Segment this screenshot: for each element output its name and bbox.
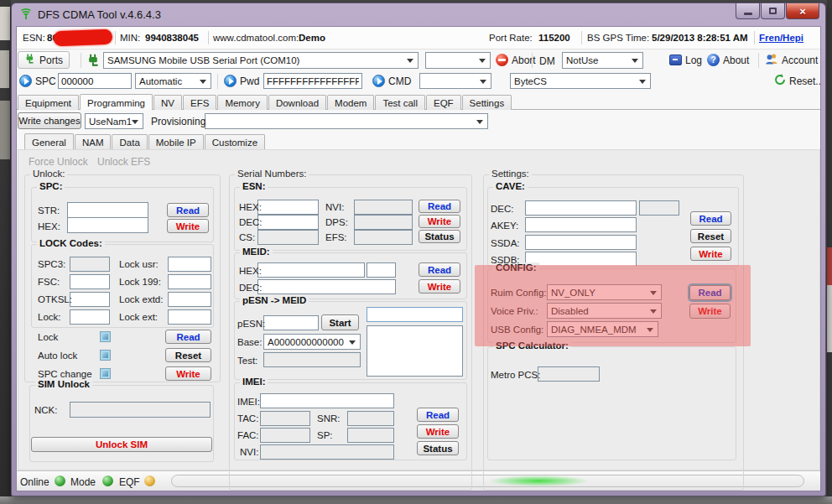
minimize-button[interactable] — [736, 3, 760, 19]
gps-time-value: 5/29/2013 8:28:51 AM — [652, 33, 748, 43]
serial-numbers-title: Serial Numbers: — [235, 169, 309, 179]
site-value: Demo — [299, 33, 325, 43]
voice-priv-combo[interactable]: Disabled — [547, 303, 662, 319]
abort-icon — [496, 54, 508, 66]
maximize-button[interactable] — [761, 3, 785, 19]
ports-button[interactable]: Ports — [18, 51, 70, 69]
app-window: DFS CDMA Tool v.4.6.4.3 × ESN: 80 MIN: 9… — [11, 3, 826, 496]
subtab-customize[interactable]: Customize — [205, 134, 265, 149]
nam-select-combo[interactable]: UseNam1 — [85, 113, 143, 129]
divider — [217, 74, 218, 89]
minimize-icon — [744, 13, 752, 15]
account-button[interactable]: Account — [765, 51, 818, 69]
usb-config-label: USB Config: — [491, 325, 543, 335]
esn-hex-label: HEX: — [239, 202, 262, 212]
config-read-button[interactable]: Read — [689, 285, 731, 300]
tab-programming[interactable]: Programming — [80, 94, 153, 110]
usb-config-value: DIAG_NMEA_MDM — [551, 325, 637, 335]
tab-test-call[interactable]: Test call — [375, 95, 425, 110]
abort-button[interactable]: Abort — [496, 51, 536, 69]
provisioning-combo[interactable] — [205, 113, 488, 129]
port-rate-label: Port Rate: — [489, 33, 533, 43]
esn-nvi-label: NVI: — [325, 202, 344, 212]
about-button[interactable]: About — [707, 51, 749, 69]
imei-group-title: IMEI: — [240, 377, 268, 387]
nam-select-value: UseNam1 — [89, 117, 132, 127]
sp-label: SP: — [317, 430, 333, 440]
subtab-nam[interactable]: NAM — [75, 134, 112, 149]
pwd-send-button[interactable]: Pwd — [224, 72, 259, 90]
subtab-general[interactable]: General — [24, 133, 74, 149]
lock-199-label: Lock 199: — [119, 277, 161, 287]
imei-label: IMEI: — [237, 397, 260, 407]
spc-mode-combo[interactable]: Automatic — [135, 73, 211, 89]
cmd-combo[interactable] — [419, 73, 491, 89]
akey-label: AKEY: — [491, 221, 518, 231]
client-area: ESN: 80 MIN: 9940838045 www.cdmatool.com… — [16, 26, 821, 491]
close-button[interactable]: × — [786, 3, 819, 19]
provisioning-label: Provisioning — [151, 116, 205, 127]
pwd-input[interactable] — [263, 73, 362, 89]
dm-mode-value: NotUse — [566, 55, 598, 65]
lock-extd-label: Lock extd: — [119, 294, 163, 304]
config-write-button[interactable]: Write — [689, 304, 731, 319]
account-label: Account — [782, 55, 818, 66]
background-window-fragment — [827, 285, 832, 352]
cmd-play-icon — [372, 75, 385, 87]
ruim-config-combo[interactable]: NV_ONLY — [547, 284, 662, 300]
tab-nv[interactable]: NV — [153, 95, 182, 110]
tab-settings[interactable]: Settings — [462, 95, 512, 110]
lock-ext-label: Lock ext: — [119, 312, 158, 322]
nck-label: NCK: — [34, 405, 57, 415]
pwd-label: Pwd — [240, 75, 259, 87]
subtab-data[interactable]: Data — [112, 134, 147, 149]
tab-modem[interactable]: Modem — [327, 95, 374, 110]
online-status-label: Online — [20, 476, 49, 488]
tab-equipment[interactable]: Equipment — [18, 95, 79, 110]
meid-group: MEID: — [234, 252, 467, 299]
write-changes-button[interactable]: Write changes — [18, 112, 81, 129]
fac-label: FAC: — [237, 430, 259, 440]
ssdb-label: SSDB: — [491, 255, 520, 265]
usb-config-combo[interactable]: DIAG_NMEA_MDM — [547, 321, 658, 337]
tab-download[interactable]: Download — [268, 95, 326, 110]
imei-group: IMEI: — [234, 382, 467, 460]
test-label: Test: — [237, 356, 257, 366]
tab-eqf[interactable]: EQF — [426, 95, 461, 110]
reset-menu-button[interactable]: Reset... — [774, 72, 821, 90]
connect-plug-icon[interactable] — [86, 53, 101, 70]
meid-group-title: MEID: — [240, 247, 273, 257]
about-icon — [707, 54, 720, 66]
port-select-value: SAMSUNG Mobile USB Serial Port (COM10) — [107, 55, 299, 65]
force-unlock-link[interactable]: Force Unlock — [29, 156, 88, 168]
dm-label: DM — [539, 55, 555, 67]
log-button[interactable]: Log — [669, 51, 702, 69]
ports-label: Ports — [39, 55, 63, 66]
spc-calculator-title: SPC Calculator: — [493, 340, 571, 351]
bytecs-combo[interactable]: ByteCS — [510, 73, 651, 89]
pwd-play-icon — [224, 75, 237, 87]
gps-time-label: BS GPS Time: — [587, 33, 649, 43]
secondary-port-combo[interactable] — [425, 52, 491, 69]
otksl-label: OTKSL: — [38, 294, 72, 304]
subtab-mobile-ip[interactable]: Mobile IP — [148, 134, 204, 149]
tab-efs[interactable]: EFS — [183, 95, 216, 110]
pesn-meid-title: pESN -> MEID — [240, 295, 309, 305]
fren-hepi-link[interactable]: Fren/Hepi — [759, 33, 803, 43]
spc-input[interactable] — [58, 73, 132, 89]
unlock-efs-link[interactable]: Unlock EFS — [97, 156, 150, 168]
hex-label: HEX: — [38, 221, 60, 231]
cave-group-title: CAVE: — [493, 181, 528, 191]
sub-tab-bar: General NAM Data Mobile IP Customize — [24, 132, 266, 149]
pesn-label: pESN: — [237, 319, 265, 329]
tab-memory[interactable]: Memory — [217, 95, 268, 110]
dm-mode-combo[interactable]: NotUse — [562, 52, 643, 69]
divider — [532, 53, 533, 68]
ruim-config-value: NV_ONLY — [551, 288, 595, 298]
spc-send-button[interactable]: SPC — [19, 72, 56, 90]
divider — [115, 31, 116, 44]
port-select-combo[interactable]: SAMSUNG Mobile USB Serial Port (COM10) — [103, 52, 419, 69]
unlock-group-title: Unlock: — [30, 169, 67, 179]
auto-lock-checkbox-label: Auto lock — [38, 351, 77, 361]
cmd-send-button[interactable]: CMD — [372, 72, 411, 90]
